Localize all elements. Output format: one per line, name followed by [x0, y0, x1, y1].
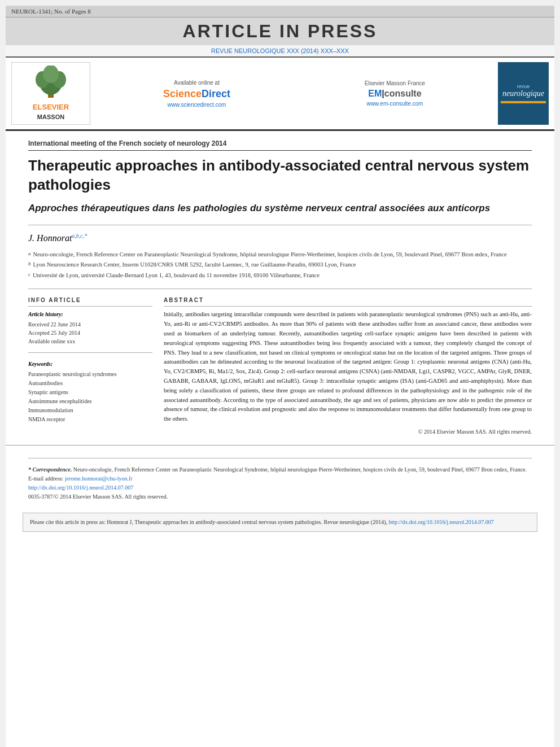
abstract-label: ABSTRACT — [164, 296, 532, 307]
affiliation-a: a Neuro-oncologie, French Reference Cent… — [28, 250, 532, 259]
revue-neurologique-logo: Revue neurologique — [498, 62, 549, 125]
doi-link[interactable]: http://dx.doi.org/10.1016/j.neurol.2014.… — [28, 484, 133, 491]
author-sups: a,b,c,* — [72, 232, 87, 238]
title-divider — [28, 225, 532, 225]
received-date: Received 22 June 2014 — [28, 320, 152, 329]
available-online: Available online xxx — [28, 337, 152, 346]
authors-line: J. Honnorata,b,c,* — [28, 232, 532, 243]
affiliation-b-text: Lyon Neuroscience Research Center, Inser… — [33, 260, 356, 269]
logos-section: ELSEVIER MASSON Available online at Scie… — [6, 58, 554, 131]
keywords-section: Keywords: Paraneoplastic neurological sy… — [28, 360, 152, 424]
footnote-divider — [28, 458, 532, 458]
affiliation-c: c Université de Lyon, université Claude-… — [28, 271, 532, 280]
journal-line: REVUE NEUROLOGIQUE XXX (2014) XXX–XXX — [6, 45, 554, 58]
journal-citation: REVUE NEUROLOGIQUE XXX (2014) XXX–XXX — [211, 47, 349, 54]
citation-doi-link[interactable]: http://dx.doi.org/10.1016/j.neurol.2014.… — [388, 519, 493, 525]
conference-line: International meeting of the French soci… — [28, 139, 532, 151]
em-consulte-block: Elsevier Masson France EM|consulte www.e… — [365, 80, 425, 107]
elsevier-label: ELSEVIER — [31, 103, 71, 111]
page: NEUROL-1341; No. of Pages 8 ARTICLE IN P… — [6, 6, 554, 747]
providers-section: Available online at ScienceDirect www.sc… — [96, 62, 492, 125]
email-label: E-mail address: — [28, 475, 63, 482]
keywords-label: Keywords: — [28, 360, 152, 368]
keyword-1: Autoantibodies — [28, 379, 152, 388]
footnotes-section: * Correspondence. Neuro-oncologie, Frenc… — [6, 445, 554, 507]
info-article-label: INFO ARTICLE — [28, 296, 152, 307]
logo-accent-bar — [501, 101, 546, 103]
elsevier-masson-label: Elsevier Masson France — [365, 80, 425, 86]
left-column: INFO ARTICLE Article history: Received 2… — [28, 296, 152, 436]
citation-text: Please cite this article in press as: Ho… — [30, 519, 387, 525]
keyword-4: Immunomodulation — [28, 406, 152, 415]
elsevier-tree-icon — [31, 65, 71, 99]
available-online-label: Available online at — [163, 80, 230, 86]
email-link[interactable]: jerome.honnorat@chu-lyon.fr — [65, 475, 133, 482]
affiliation-b: b Lyon Neuroscience Research Center, Ins… — [28, 260, 532, 269]
email-line: E-mail address: jerome.honnorat@chu-lyon… — [28, 474, 532, 483]
sciencedirect-logo: ScienceDirect — [163, 88, 230, 100]
correspondence-text: Neuro-oncologie, French Reference Center… — [73, 466, 527, 473]
svg-point-4 — [43, 65, 59, 83]
top-banner: NEUROL-1341; No. of Pages 8 — [6, 6, 554, 17]
article-id: NEUROL-1341; No. of Pages 8 — [11, 8, 91, 15]
sciencedirect-url[interactable]: www.sciencedirect.com — [163, 102, 230, 108]
abstract-paragraph: Initially, antibodies targeting intracel… — [164, 310, 532, 424]
em-consulte-logo: EM|consulte — [365, 89, 425, 99]
affiliations: a Neuro-oncologie, French Reference Cent… — [28, 250, 532, 280]
body-divider — [28, 289, 532, 289]
abstract-copyright: © 2014 Elsevier Masson SAS. All rights r… — [164, 427, 532, 436]
keyword-5: NMDA receptor — [28, 415, 152, 424]
keyword-2: Synaptic antigens — [28, 388, 152, 397]
masson-label: MASSON — [37, 113, 64, 120]
keyword-3: Autoimmune encephalitides — [28, 397, 152, 406]
elsevier-logo: ELSEVIER MASSON — [11, 62, 90, 125]
sciencedirect-block: Available online at ScienceDirect www.sc… — [163, 80, 230, 108]
accepted-date: Accepted 25 July 2014 — [28, 329, 152, 337]
doi-line: http://dx.doi.org/10.1016/j.neurol.2014.… — [28, 483, 532, 492]
right-column: ABSTRACT Initially, antibodies targeting… — [164, 296, 532, 436]
citation-box: Please cite this article in press as: Ho… — [23, 513, 537, 532]
article-title: Therapeutic approaches in antibody-assoc… — [28, 156, 532, 195]
neurologique-label: neurologique — [502, 89, 544, 99]
em-consulte-url[interactable]: www.em-consulte.com — [365, 101, 425, 107]
article-in-press-title: ARTICLE IN PRESS — [6, 21, 554, 42]
keyword-0: Paraneoplastic neurological syndromes — [28, 370, 152, 379]
history-divider — [28, 352, 152, 353]
issn-line: 0035-3787/© 2014 Elsevier Masson SAS. Al… — [28, 492, 532, 501]
abstract-text: Initially, antibodies targeting intracel… — [164, 310, 532, 424]
article-subtitle: Approches thérapeutiques dans les pathol… — [28, 202, 532, 215]
article-in-press-header: ARTICLE IN PRESS — [6, 17, 554, 45]
affiliation-c-text: Université de Lyon, université Claude-Be… — [33, 271, 320, 280]
correspondence-label: * Correspondence. — [28, 466, 72, 473]
affiliation-a-text: Neuro-oncologie, French Reference Center… — [33, 250, 507, 259]
author-name: J. Honnorata,b,c,* — [28, 233, 87, 243]
article-history-label: Article history: — [28, 310, 152, 318]
two-column-section: INFO ARTICLE Article history: Received 2… — [28, 296, 532, 436]
revue-label: Revue — [517, 84, 530, 89]
main-content: International meeting of the French soci… — [6, 131, 554, 445]
correspondence-line: * Correspondence. Neuro-oncologie, Frenc… — [28, 465, 532, 474]
